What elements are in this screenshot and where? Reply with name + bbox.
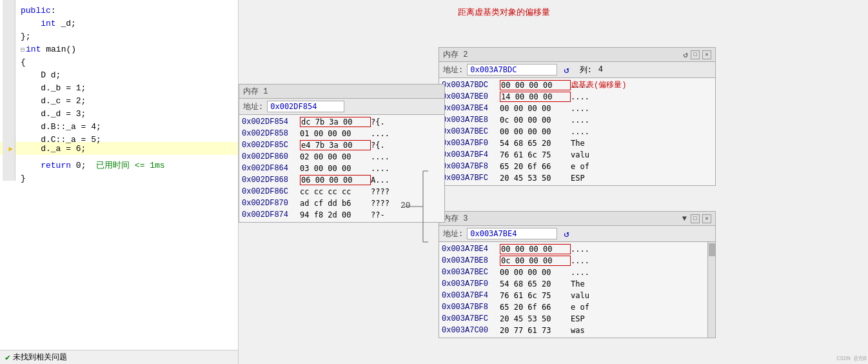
mem3-dropdown-icon[interactable]: ▼ bbox=[682, 214, 687, 223]
code-line: D d; bbox=[0, 65, 238, 77]
mem2-close-icon[interactable]: ✕ bbox=[702, 50, 711, 59]
line-gutter bbox=[3, 0, 15, 13]
table-row: 0x002DF85C e4 7b 3a 00 ?{. bbox=[242, 139, 442, 151]
table-row: 0x003A7BEC 00 00 00 00 .... bbox=[442, 267, 705, 278]
mem2-addr-label: 地址: bbox=[443, 65, 463, 76]
mem-addr: 0x003A7BE0 bbox=[442, 92, 500, 101]
status-text: 未找到相关问题 bbox=[13, 352, 67, 363]
mem2-col-value: 4 bbox=[598, 65, 603, 74]
mem-ascii: .... bbox=[571, 116, 589, 125]
mem-addr: 0x003A7BF8 bbox=[442, 303, 500, 312]
mem-ascii: .... bbox=[571, 104, 589, 113]
mem3-content: 0x003A7BE4 00 00 00 00 .... 0x003A7BE8 0… bbox=[439, 242, 707, 338]
mem2-title-bar: 内存 2 ↺ □ ✕ bbox=[439, 48, 715, 62]
watermark: CSDN @光B bbox=[836, 354, 867, 363]
mem2-col-label: 列: bbox=[580, 65, 592, 76]
line-content: int _d; bbox=[15, 19, 76, 28]
mem2-refresh-icon[interactable]: ↺ bbox=[683, 50, 688, 60]
mem-ascii: .... bbox=[571, 245, 589, 254]
mem2-refresh-btn[interactable]: ↺ bbox=[564, 65, 569, 76]
table-row: 0x003A7BF8 65 20 6f 66 e of bbox=[442, 301, 705, 313]
table-row: 0x002DF860 02 00 00 00 .... bbox=[242, 151, 442, 163]
mem-addr: 0x002DF870 bbox=[242, 199, 300, 208]
bracket-label: 20 bbox=[404, 171, 436, 245]
mem-ascii: .... bbox=[571, 256, 589, 265]
table-row: 0x003A7BEC 00 00 00 00 .... bbox=[442, 126, 713, 137]
mem-bytes: 76 61 6c 75 bbox=[500, 150, 571, 159]
line-content: ⊟int main() bbox=[15, 45, 76, 54]
mem-ascii: .... bbox=[571, 127, 589, 136]
memory3-panel: 内存 3 ▼ □ ✕ 地址: ↺ 0x003A7BE4 00 00 00 00 … bbox=[439, 211, 716, 338]
mem-addr: 0x002DF858 bbox=[242, 129, 300, 138]
table-row: 0x003A7BE4 00 00 00 00 .... bbox=[442, 103, 713, 114]
mem-addr: 0x003A7BF4 bbox=[442, 150, 500, 159]
mem-bytes: 06 00 00 00 bbox=[300, 175, 371, 185]
code-line: ▶ d._a = 6; bbox=[0, 142, 238, 155]
mem-addr: 0x003A7BE4 bbox=[442, 245, 500, 254]
status-bar: ✔ 未找到相关问题 bbox=[0, 350, 238, 364]
mem-ascii: valu bbox=[571, 291, 589, 300]
code-line: return 0; 已用时间 <= 1ms bbox=[0, 155, 238, 168]
mem3-addr-input[interactable] bbox=[467, 228, 557, 239]
table-row: 0x003A7BFC 20 45 53 50 ESP bbox=[442, 172, 713, 184]
line-content: return 0; 已用时间 <= 1ms bbox=[15, 159, 165, 171]
mem1-addr-label: 地址: bbox=[243, 101, 263, 112]
mem3-scrollbar[interactable] bbox=[707, 242, 715, 338]
mem-bytes: cc cc cc cc bbox=[300, 187, 371, 196]
table-row: 0x003A7BF4 76 61 6c 75 valu bbox=[442, 290, 705, 301]
mem-bytes: 54 68 65 20 bbox=[500, 279, 571, 288]
mem-addr: 0x002DF874 bbox=[242, 210, 300, 219]
line-gutter bbox=[3, 77, 15, 90]
line-gutter bbox=[3, 52, 15, 65]
memory2-panel: 内存 2 ↺ □ ✕ 地址: ↺ 列: 4 虚基表(偏移量) 0x003A7BD… bbox=[439, 47, 716, 186]
line-gutter bbox=[3, 168, 15, 181]
mem-addr: 0x002DF86C bbox=[242, 187, 300, 196]
line-gutter bbox=[3, 116, 15, 129]
mem-bytes: e4 7b 3a 00 bbox=[300, 140, 371, 150]
mem2-annotation-vbtable: 虚基表(偏移量) bbox=[571, 79, 626, 90]
mem-ascii: ?{. bbox=[371, 141, 385, 150]
line-content: d._d = 3; bbox=[15, 109, 86, 119]
mem1-title: 内存 1 bbox=[243, 86, 268, 97]
line-content: { bbox=[15, 57, 26, 67]
bracket-value: 20 bbox=[400, 201, 411, 210]
mem-addr: 0x002DF868 bbox=[242, 176, 300, 185]
mem3-scrollbar-thumb[interactable] bbox=[709, 243, 715, 256]
table-row: 0x003A7BF8 65 20 6f 66 e of bbox=[442, 161, 713, 172]
table-row: 0x003A7C00 20 77 61 73 was bbox=[442, 325, 705, 336]
mem2-restore-icon[interactable]: □ bbox=[691, 50, 700, 59]
mem-ascii: e of bbox=[571, 162, 589, 171]
mem-bytes: 00 00 00 00 bbox=[500, 104, 571, 113]
mem3-refresh-btn[interactable]: ↺ bbox=[564, 228, 569, 239]
mem2-content-wrapper: 虚基表(偏移量) 0x003A7BDC 00 00 00 00 .... 0x0… bbox=[439, 78, 715, 185]
mem3-content-wrapper: 0x003A7BE4 00 00 00 00 .... 0x003A7BE8 0… bbox=[439, 242, 715, 338]
mem-bytes: 00 00 00 00 bbox=[500, 127, 571, 136]
table-row: 0x003A7BF0 54 68 65 20 The bbox=[442, 137, 713, 149]
mem-bytes: 20 45 53 50 bbox=[500, 314, 571, 323]
mem2-addr-input[interactable] bbox=[467, 64, 557, 76]
line-gutter bbox=[3, 26, 15, 39]
mem-addr: 0x003A7BFC bbox=[442, 314, 500, 323]
mem-addr: 0x002DF854 bbox=[242, 117, 300, 126]
mem-bytes: 02 00 00 00 bbox=[300, 152, 371, 161]
mem-bytes: 54 68 65 20 bbox=[500, 139, 571, 148]
mem3-addr-label: 地址: bbox=[443, 228, 463, 239]
table-row: 0x003A7BE8 0c 00 00 00 .... bbox=[442, 255, 705, 267]
line-content: } bbox=[15, 174, 26, 183]
mem2-addr-bar: 地址: ↺ 列: 4 bbox=[439, 62, 715, 78]
mem3-restore-icon[interactable]: □ bbox=[691, 214, 700, 223]
mem-addr: 0x003A7BF8 bbox=[442, 162, 500, 171]
table-row: 0x003A7BE8 0c 00 00 00 .... bbox=[442, 114, 713, 126]
mem-addr: 0x003A7BDC bbox=[442, 81, 500, 90]
code-area[interactable]: public: int _d; }; ⊟int main() { bbox=[0, 0, 238, 350]
mem-ascii: .... bbox=[371, 129, 390, 138]
table-row: 0x003A7BFC 20 45 53 50 ESP bbox=[442, 313, 705, 325]
mem1-title-bar: 内存 1 bbox=[239, 85, 444, 99]
mem-bytes: 01 00 00 00 bbox=[300, 129, 371, 138]
mem1-addr-input[interactable] bbox=[267, 101, 344, 112]
mem3-close-icon[interactable]: ✕ bbox=[702, 214, 711, 223]
mem-ascii: The bbox=[571, 279, 585, 288]
mem-addr: 0x003A7BF0 bbox=[442, 139, 500, 148]
mem2-content: 0x003A7BDC 00 00 00 00 .... 0x003A7BE0 1… bbox=[439, 78, 715, 185]
mem-addr: 0x003A7BEC bbox=[442, 268, 500, 277]
